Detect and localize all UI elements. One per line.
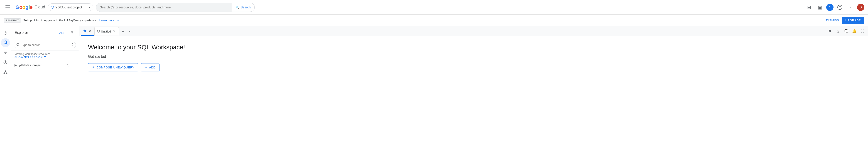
more-options-button[interactable]: ⋮ xyxy=(846,3,855,12)
add-tab-button[interactable]: ＋ xyxy=(119,28,127,35)
apps-icon: ⊞ xyxy=(807,4,811,10)
banner-actions: DISMISS UPGRADE xyxy=(826,17,864,24)
notification-badge[interactable]: 1 xyxy=(826,4,834,11)
tab-info-button[interactable]: ℹ xyxy=(834,28,842,35)
action-buttons: ＋ COMPOSE A NEW QUERY ＋ ADD xyxy=(88,63,859,71)
notification-count: 1 xyxy=(829,5,831,9)
console-icon: ▣ xyxy=(818,4,822,10)
home-tab[interactable]: ✕ xyxy=(81,27,94,36)
top-nav: Google Cloud ⬡ YDTAK test project ▾ 🔍 Se… xyxy=(0,0,868,15)
workspace-title: Welcome to your SQL Workspace! xyxy=(88,44,859,51)
home-tab-close-button[interactable]: ✕ xyxy=(88,29,92,33)
filter-button[interactable] xyxy=(1,48,10,57)
untitled-tab-close-button[interactable]: ✕ xyxy=(112,29,116,34)
search-input-icon xyxy=(16,43,20,47)
more-icon: ⋮ xyxy=(848,4,853,10)
svg-line-1 xyxy=(6,43,7,44)
svg-line-13 xyxy=(19,45,20,46)
tabs-bar: ✕ Untitled ✕ ＋ ▾ xyxy=(79,26,868,37)
more-options-icon[interactable]: ⋮ xyxy=(71,63,75,68)
search-sidebar-button[interactable] xyxy=(1,38,10,47)
icon-sidebar: ◷ xyxy=(0,26,11,138)
svg-point-14 xyxy=(97,30,100,32)
help-button[interactable]: ? xyxy=(835,3,844,12)
tab-bell-button[interactable]: 🔔 xyxy=(851,28,858,35)
explorer-panel: Explorer + ADD ? xyxy=(11,26,79,138)
add-button-label: ADD xyxy=(149,66,155,69)
project-name: YDTAK test project xyxy=(55,5,82,9)
chat-icon: 💬 xyxy=(844,29,848,33)
workspace-info-text: Viewing workspace resources. xyxy=(14,52,75,56)
tab-home-button[interactable] xyxy=(826,28,834,35)
console-button[interactable]: ▣ xyxy=(815,3,825,12)
tab-expand-button[interactable]: ⛶ xyxy=(859,28,866,35)
workspace-add-button[interactable]: ＋ ADD xyxy=(141,63,159,71)
filter-icon xyxy=(3,50,8,56)
search-icon: 🔍 xyxy=(236,5,239,9)
project-selector[interactable]: ⬡ YDTAK test project ▾ xyxy=(48,3,93,11)
add-button[interactable]: + ADD xyxy=(55,30,68,36)
workspace-info: Viewing workspace resources. SHOW STARRE… xyxy=(11,51,79,61)
add-icon: ＋ xyxy=(145,65,148,69)
search-input-wrapper: ? xyxy=(13,42,76,48)
expand-icon: ⛶ xyxy=(861,29,864,33)
sandbox-banner: SANDBOX Set up billing to upgrade to the… xyxy=(0,15,868,26)
compose-query-button[interactable]: ＋ COMPOSE A NEW QUERY xyxy=(88,63,138,71)
bell-icon: 🔔 xyxy=(852,29,857,33)
tab-label: Untitled xyxy=(101,30,111,33)
untitled-tab[interactable]: Untitled ✕ xyxy=(94,27,119,36)
user-avatar[interactable]: D xyxy=(857,4,864,11)
learn-more-link[interactable]: Learn more xyxy=(99,19,114,22)
global-search-bar: 🔍 Search xyxy=(96,3,255,12)
google-cloud-logo[interactable]: Google Cloud xyxy=(16,4,45,10)
hamburger-menu-button[interactable] xyxy=(4,3,13,12)
explorer-search-input[interactable] xyxy=(21,43,70,47)
info-icon: ℹ xyxy=(837,29,839,33)
upgrade-button[interactable]: UPGRADE xyxy=(842,17,864,24)
history-button[interactable] xyxy=(1,58,10,67)
tab-chat-button[interactable]: 💬 xyxy=(843,28,850,35)
explorer-title: Explorer xyxy=(14,31,55,35)
project-name-label: ydtak-test-project xyxy=(19,64,64,67)
expand-icon: ▶ xyxy=(14,63,17,67)
cloud-label: Cloud xyxy=(34,5,45,9)
main-content: ✕ Untitled ✕ ＋ ▾ xyxy=(79,26,868,138)
search-button-label: Search xyxy=(241,5,251,9)
sandbox-badge: SANDBOX xyxy=(4,18,21,23)
tabs-right-actions: ℹ 💬 🔔 ⛶ xyxy=(826,28,866,35)
tab-dropdown-button[interactable]: ▾ xyxy=(127,28,133,34)
search-sidebar-icon xyxy=(3,40,8,46)
add-tab-icon: ＋ xyxy=(121,28,125,34)
history-icon xyxy=(3,60,8,66)
collapse-icon xyxy=(69,30,73,35)
nav-right-actions: ⊞ ▣ 1 ? ⋮ D xyxy=(804,3,864,12)
banner-message: Set up billing to upgrade to the full Bi… xyxy=(23,19,97,22)
help-circle-icon[interactable]: ? xyxy=(71,43,73,47)
svg-line-9 xyxy=(4,71,5,73)
recent-icon: ◷ xyxy=(4,30,7,35)
search-button[interactable]: 🔍 Search xyxy=(231,3,254,12)
show-starred-button[interactable]: SHOW STARRED ONLY xyxy=(14,56,75,59)
external-link-icon: ↗ xyxy=(117,19,119,22)
home-icon xyxy=(828,29,832,34)
svg-line-10 xyxy=(5,71,7,73)
explorer-search: ? xyxy=(11,39,79,51)
dismiss-button[interactable]: DISMISS xyxy=(826,19,839,22)
project-row[interactable]: ▶ ydtak-test-project ☆ ⋮ xyxy=(11,61,79,69)
query-tab-icon xyxy=(97,29,100,33)
compose-icon: ＋ xyxy=(92,65,95,69)
recent-button[interactable]: ◷ xyxy=(1,28,10,37)
collapse-panel-button[interactable] xyxy=(68,29,75,37)
chevron-down-icon: ▾ xyxy=(129,30,130,33)
connections-button[interactable] xyxy=(1,68,10,77)
chevron-down-icon: ▾ xyxy=(89,6,90,9)
get-started-label: Get started xyxy=(88,54,859,59)
global-search-input[interactable] xyxy=(100,5,231,9)
compose-button-label: COMPOSE A NEW QUERY xyxy=(96,66,134,69)
help-icon: ? xyxy=(837,5,842,10)
main-layout: ◷ xyxy=(0,26,868,138)
star-icon[interactable]: ☆ xyxy=(66,63,69,67)
hamburger-icon xyxy=(5,4,11,10)
apps-button[interactable]: ⊞ xyxy=(804,3,813,12)
workspace-content: Welcome to your SQL Workspace! Get start… xyxy=(79,37,868,138)
